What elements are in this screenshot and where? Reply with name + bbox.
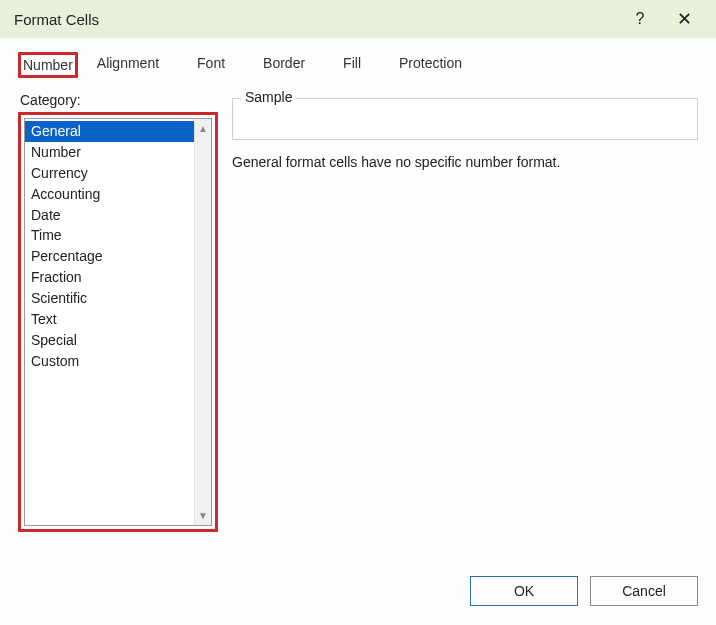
scroll-up-icon[interactable]: ▲ [198,119,208,138]
category-item-custom[interactable]: Custom [25,351,194,372]
dialog-title: Format Cells [14,11,618,28]
category-item-percentage[interactable]: Percentage [25,246,194,267]
close-icon: ✕ [677,8,692,30]
titlebar: Format Cells ? ✕ [0,0,716,38]
tab-number-label: Number [23,57,73,73]
sample-box: Sample [232,98,698,140]
category-scrollbar[interactable]: ▲ ▼ [194,119,211,525]
category-item-general[interactable]: General [25,121,194,142]
sample-value [233,99,697,119]
format-cells-dialog: Format Cells ? ✕ Number Alignment Font B… [0,0,716,625]
category-item-fraction[interactable]: Fraction [25,267,194,288]
category-item-text[interactable]: Text [25,309,194,330]
category-highlight: General Number Currency Accounting Date … [18,112,218,532]
category-item-special[interactable]: Special [25,330,194,351]
left-panel: Category: General Number Currency Accoun… [18,92,218,569]
close-button[interactable]: ✕ [662,0,706,38]
category-item-date[interactable]: Date [25,205,194,226]
scroll-down-icon[interactable]: ▼ [198,506,208,525]
help-icon: ? [636,10,645,28]
category-item-currency[interactable]: Currency [25,163,194,184]
category-listbox[interactable]: General Number Currency Accounting Date … [24,118,212,526]
dialog-body: Category: General Number Currency Accoun… [0,78,716,569]
dialog-footer: OK Cancel [0,569,716,625]
category-label: Category: [20,92,218,108]
category-item-scientific[interactable]: Scientific [25,288,194,309]
ok-button[interactable]: OK [470,576,578,606]
help-button[interactable]: ? [618,0,662,38]
tab-alignment[interactable]: Alignment [78,48,178,78]
tab-protection[interactable]: Protection [380,48,481,78]
tab-font[interactable]: Font [178,48,244,78]
sample-group: Sample [232,106,698,150]
category-list: General Number Currency Accounting Date … [25,119,194,525]
tab-number[interactable]: Number [18,52,78,78]
cancel-button[interactable]: Cancel [590,576,698,606]
tab-border[interactable]: Border [244,48,324,78]
tab-fill[interactable]: Fill [324,48,380,78]
format-description: General format cells have no specific nu… [232,154,698,170]
sample-label: Sample [241,89,296,105]
category-item-accounting[interactable]: Accounting [25,184,194,205]
right-panel: Sample General format cells have no spec… [232,92,698,569]
category-item-time[interactable]: Time [25,225,194,246]
tab-strip: Number Alignment Font Border Fill Protec… [0,38,716,78]
category-item-number[interactable]: Number [25,142,194,163]
